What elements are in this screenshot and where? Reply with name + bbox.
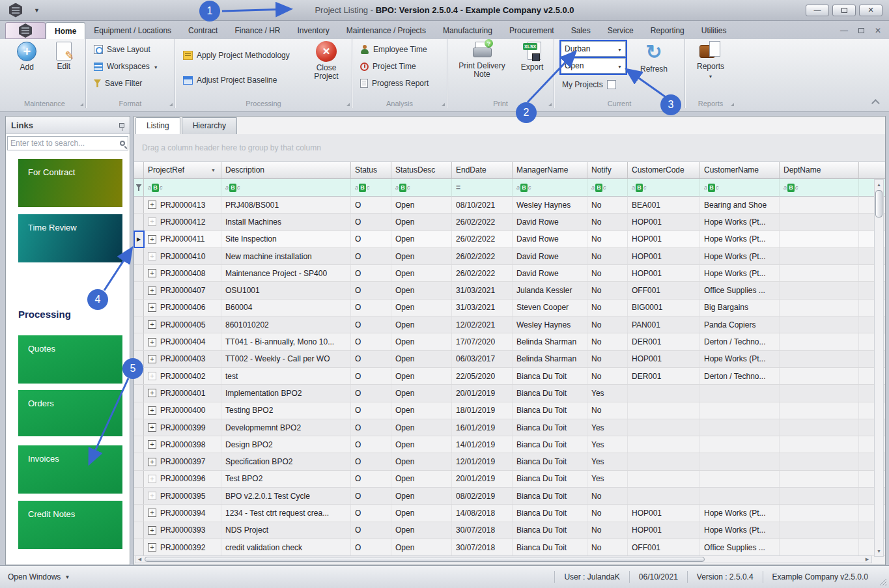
filter-cell-customercode[interactable]: aBc — [628, 179, 700, 197]
column-header-projectref[interactable]: ProjectRef▼ — [144, 162, 221, 179]
employee-time-button[interactable]: Employee Time — [358, 41, 444, 58]
search-input[interactable] — [10, 139, 120, 148]
table-row[interactable]: +PRJ0000395BPO v2.2.0.1 Test CycleOOpen0… — [134, 488, 885, 505]
vertical-scrollbar[interactable]: ▲ ▼ — [874, 179, 884, 557]
column-header-customercode[interactable]: CustomerCode — [628, 162, 700, 179]
expand-row-icon[interactable]: + — [148, 252, 156, 260]
horizontal-scroll-thumb[interactable] — [145, 557, 705, 562]
ribbon-tab-equipment-locations[interactable]: Equipment / Locations — [85, 22, 180, 39]
sidebar-link-orders[interactable]: Orders — [18, 390, 122, 436]
table-row[interactable]: +PRJ0000392credit validation checkOOpen3… — [134, 539, 885, 556]
pin-icon[interactable] — [119, 123, 124, 128]
column-header-statusdesc[interactable]: StatusDesc — [391, 162, 452, 179]
table-row[interactable]: +PRJ00003941234 - Test ctrt request crea… — [134, 505, 885, 522]
search-icon[interactable] — [120, 141, 125, 146]
expand-row-icon[interactable]: + — [148, 201, 156, 209]
filter-cell-status[interactable]: aBc — [351, 179, 391, 197]
expand-row-icon[interactable]: + — [148, 303, 156, 312]
table-row[interactable]: +PRJ0000404TT041 - Bi-annually, Mono 10.… — [134, 333, 885, 350]
expand-row-icon[interactable]: + — [148, 423, 156, 432]
filter-cell-customername[interactable]: aBc — [700, 179, 780, 197]
vertical-scroll-thumb[interactable] — [875, 190, 882, 217]
ribbon-tab-procurement[interactable]: Procurement — [501, 22, 563, 39]
group-dialog-launcher-icon[interactable] — [169, 103, 173, 106]
refresh-button[interactable]: ↻ Refresh — [635, 41, 673, 74]
column-header-customername[interactable]: CustomerName — [700, 162, 780, 179]
mdi-minimize-icon[interactable]: — — [840, 26, 848, 35]
save-layout-button[interactable]: Save Layout — [91, 41, 172, 58]
ribbon-tab-contract[interactable]: Contract — [180, 22, 226, 39]
adjust-project-baseline-button[interactable]: Adjust Project Baseline — [180, 72, 292, 89]
close-project-button[interactable]: ✕ Close Project — [307, 41, 345, 81]
expand-row-icon[interactable]: + — [148, 406, 156, 415]
save-filter-button[interactable]: Save Filter — [91, 75, 172, 92]
sidebar-link-for-contract[interactable]: For Contract — [18, 159, 122, 207]
status-dropdown-arrow-icon[interactable] — [617, 61, 622, 70]
expand-row-icon[interactable]: + — [148, 217, 156, 226]
group-by-bar[interactable]: Drag a column header here to group by th… — [134, 134, 885, 162]
table-row[interactable]: +PRJ0000402testOOpen22/05/2020Bianca Du … — [134, 368, 885, 385]
apply-project-methodology-button[interactable]: Apply Project Methodology — [180, 47, 292, 64]
column-header-deptname[interactable]: DeptName — [780, 162, 859, 179]
group-dialog-launcher-icon[interactable] — [731, 103, 734, 106]
print-delivery-note-button[interactable]: ? Print Delivery Note — [457, 42, 507, 95]
filter-cell-notify[interactable]: aBc — [587, 179, 628, 197]
ribbon-tab-service[interactable]: Service — [599, 22, 642, 39]
ribbon-tab-home[interactable]: Home — [46, 22, 85, 39]
workspaces-button[interactable]: Workspaces — [91, 58, 172, 75]
column-header-enddate[interactable]: EndDate — [452, 162, 513, 179]
group-dialog-launcher-icon[interactable] — [442, 103, 445, 106]
expand-row-icon[interactable]: + — [148, 338, 156, 346]
filter-cell-statusdesc[interactable]: aBc — [391, 179, 452, 197]
open-windows-dropdown[interactable]: Open Windows — [8, 572, 70, 581]
group-dialog-launcher-icon[interactable] — [548, 103, 552, 106]
filter-cell-description[interactable]: aBc — [221, 179, 351, 197]
table-row[interactable]: +PRJ0000413PRJ408/BS001OOpen08/10/2021We… — [134, 197, 885, 214]
edit-button[interactable]: Edit — [48, 42, 81, 95]
mdi-close-icon[interactable]: ✕ — [875, 26, 881, 35]
table-row[interactable]: +PRJ0000403TT002 - Weekly - Call per WOO… — [134, 351, 885, 368]
table-row[interactable]: +PRJ0000408Maintenance Project - SP400OO… — [134, 265, 885, 282]
site-dropdown[interactable]: Durban — [561, 41, 626, 57]
expand-row-icon[interactable]: + — [148, 269, 156, 277]
mdi-restore-icon[interactable] — [858, 28, 864, 33]
scroll-up-icon[interactable]: ▲ — [875, 180, 883, 189]
ribbon-tab-finance-hr[interactable]: Finance / HR — [226, 22, 289, 39]
table-row[interactable]: +PRJ0000398Design BPO2OOpen14/01/2019Bia… — [134, 436, 885, 453]
group-dialog-launcher-icon[interactable] — [80, 103, 83, 106]
expand-row-icon[interactable]: + — [148, 389, 156, 397]
horizontal-scrollbar[interactable]: ◀ ▶ — [135, 555, 872, 563]
site-dropdown-arrow-icon[interactable] — [617, 44, 622, 53]
filter-cell-enddate[interactable]: = — [452, 179, 513, 197]
sidebar-link-credit-notes[interactable]: Credit Notes — [18, 501, 122, 549]
table-row[interactable]: ▶+PRJ0000411Site InspectionOOpen26/02/20… — [134, 231, 885, 248]
column-header-status[interactable]: Status — [351, 162, 391, 179]
table-row[interactable]: +PRJ0000399Developmemnt BPO2OOpen16/01/2… — [134, 419, 885, 436]
status-dropdown[interactable]: Open — [561, 58, 626, 74]
ribbon-tab-reporting[interactable]: Reporting — [642, 22, 693, 39]
group-dialog-launcher-icon[interactable] — [346, 103, 350, 106]
ribbon-tab-inventory[interactable]: Inventory — [289, 22, 337, 39]
scroll-left-icon[interactable]: ◀ — [135, 556, 144, 563]
reports-button[interactable]: Reports — [692, 41, 729, 95]
add-button[interactable]: + Add — [10, 42, 44, 95]
project-time-button[interactable]: Project Time — [358, 58, 444, 75]
expand-row-icon[interactable]: + — [148, 235, 156, 244]
table-row[interactable]: +PRJ0000407OSU1001OOpen31/03/2021Julanda… — [134, 282, 885, 299]
table-row[interactable]: +PRJ0000396Test BPO2OOpen20/01/2019Bianc… — [134, 471, 885, 488]
expand-row-icon[interactable]: + — [148, 372, 156, 380]
progress-report-button[interactable]: Progress Report — [358, 75, 444, 92]
expand-row-icon[interactable]: + — [148, 526, 156, 535]
ribbon-tab-maintenance-projects[interactable]: Maintenance / Projects — [338, 22, 434, 39]
export-button[interactable]: XLSX Export — [514, 42, 550, 95]
application-menu-button[interactable] — [5, 22, 46, 39]
filter-cell-managername[interactable]: aBc — [513, 179, 587, 197]
listing-tab-listing[interactable]: Listing — [135, 117, 180, 134]
table-row[interactable]: +PRJ0000406B60004OOpen31/03/2021Steven C… — [134, 300, 885, 316]
scroll-right-icon[interactable]: ▶ — [863, 556, 871, 563]
table-row[interactable]: +PRJ0000400Testing BPO2OOpen18/01/2019Bi… — [134, 402, 885, 419]
expand-row-icon[interactable]: + — [148, 492, 156, 500]
sidebar-link-invoices[interactable]: Invoices — [18, 445, 122, 494]
resize-grip-icon[interactable] — [879, 578, 886, 585]
table-row[interactable]: +PRJ0000401Implementation BPO2OOpen20/01… — [134, 385, 885, 402]
